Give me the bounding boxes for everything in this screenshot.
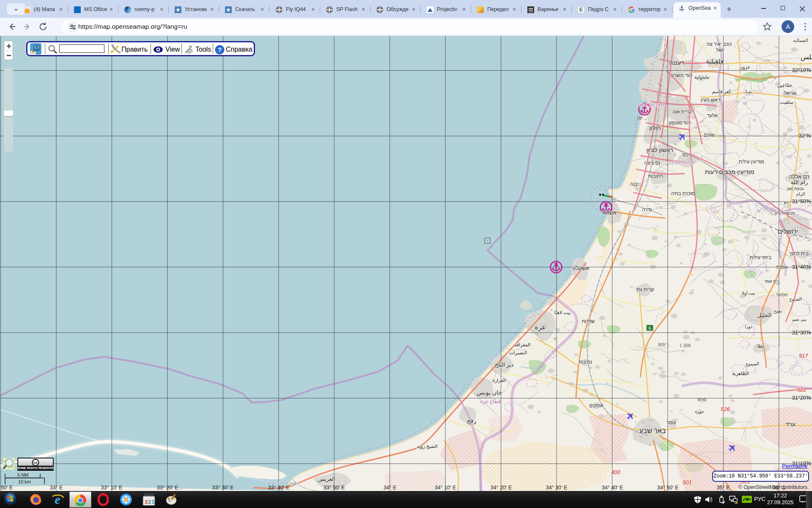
svg-text:الرام: الرام (796, 192, 805, 196)
svg-text:32°N: 32°N (799, 133, 811, 139)
svg-text:3: 3 (145, 499, 148, 505)
svg-text:אשקלון: אשקלון (573, 265, 590, 271)
svg-text:عزون: عزون (739, 64, 750, 70)
svg-text:الشيوخ: الشيوخ (789, 297, 801, 302)
svg-text:מזכרת בתיה: מזכרת בתיה (671, 191, 695, 196)
svg-text:35° E: 35° E (717, 485, 730, 491)
svg-text:באר שבע: באר שבע (639, 427, 666, 434)
svg-text:جلجولية: جلجولية (694, 75, 710, 80)
svg-text:הוד השרון: הוד השרון (671, 72, 692, 78)
svg-text:31°20′N: 31°20′N (792, 395, 811, 401)
svg-text:1 309: 1 309 (680, 343, 691, 348)
svg-text:33° 50′ E: 33° 50′ E (324, 485, 345, 491)
svg-text:حورة: حورة (695, 409, 704, 414)
svg-text:!: ! (736, 501, 737, 504)
svg-text:ביתר עילית: ביתר עילית (749, 255, 771, 260)
svg-text:ראשון לציון: ראשון לציון (646, 146, 673, 153)
svg-text:אשדוד: אשדוד (601, 210, 616, 216)
svg-text:שדרות: שדרות (582, 319, 595, 324)
svg-text:שוהם: שוהם (704, 133, 714, 138)
svg-text:1: 1 (151, 499, 154, 505)
svg-text:נס ציונה: נס ציונה (644, 160, 660, 166)
svg-text:אלעד: אלעד (707, 113, 718, 118)
svg-text:חלחול: חלחול (776, 293, 787, 297)
svg-text:ראש העין: ראש העין (701, 97, 721, 103)
svg-text:بيت أولا: بيت أولا (742, 290, 755, 296)
svg-text:العريش: العريش (318, 476, 335, 483)
svg-text:غزة: غزة (535, 323, 546, 331)
svg-text:כוכב יאיר צור: כוכב יאיר צור (706, 41, 732, 47)
svg-text:32°10′N: 32°10′N (792, 67, 811, 73)
svg-text:526: 526 (721, 406, 730, 412)
svg-text:בית לחם: בית לחם (790, 251, 809, 257)
svg-text:10 km: 10 km (18, 479, 31, 484)
svg-text:cc: cc (33, 461, 38, 465)
svg-text:קרית גת: קרית גת (636, 287, 654, 293)
svg-text:יהוד מונוסון: יהוד מונוסון (669, 120, 691, 125)
svg-text:יפו: יפו (637, 115, 642, 121)
svg-text:גדרה: גדרה (642, 207, 652, 212)
svg-text:قلقيلية: قلقيلية (706, 58, 724, 65)
svg-text:עומר: עומר (667, 420, 676, 425)
svg-text:بدو: بدو (784, 199, 790, 204)
svg-text:מבשרת ציון: מבשרת ציון (775, 211, 795, 215)
svg-text:الشيخ زويد: الشيخ زويد (417, 444, 437, 449)
svg-text:400: 400 (611, 469, 620, 475)
svg-text:קריית אונו: קריית אונו (672, 109, 691, 114)
svg-text:מודיעין-מכבים-רעות: מודיעין-מכבים-רעות (705, 168, 754, 175)
svg-text:2: 2 (148, 499, 151, 505)
svg-text:السموع: السموع (746, 362, 759, 367)
svg-text:33° 10′ E: 33° 10′ E (101, 485, 122, 491)
svg-text:חולון: חולון (649, 124, 661, 131)
svg-text:33° E: 33° E (50, 485, 63, 491)
svg-text:يطا: يطا (757, 343, 763, 348)
svg-text:31°40′N: 31°40′N (792, 264, 811, 270)
svg-text:كفر قاسم: كفر قاسم (712, 89, 731, 94)
svg-text:רעננה: רעננה (669, 59, 684, 66)
svg-text:الظاهرية: الظاهرية (732, 371, 749, 376)
svg-text:31°50′N: 31°50′N (792, 199, 811, 204)
svg-text:ירושלים: ירושלים (778, 228, 798, 235)
svg-text:בית אמר: בית אמר (764, 279, 780, 284)
svg-text:34° 10′ E: 34° 10′ E (435, 485, 456, 491)
svg-text:رفح: رفح (467, 417, 477, 425)
svg-text:الشمالية: الشمالية (793, 38, 808, 43)
svg-text:دير البلح: دير البلح (495, 362, 514, 368)
svg-text:34° E: 34° E (384, 485, 397, 491)
svg-text:יבנה: יבנה (630, 182, 639, 187)
svg-text:المغراقة: المغراقة (514, 342, 530, 348)
svg-text:النصيرات: النصيرات (509, 350, 527, 356)
svg-text:מחוז תל אביב: מחוז תל אביב (637, 102, 666, 108)
svg-text:501: 501 (683, 479, 692, 486)
svg-text:بديا: بديا (745, 89, 752, 94)
svg-text:34° 20′ E: 34° 20′ E (491, 485, 512, 491)
svg-text:ל 309: ל 309 (658, 342, 669, 347)
svg-text:רחובות: רחובות (648, 173, 663, 179)
svg-text:6: 6 (648, 326, 651, 331)
svg-text:34° 50′ E: 34° 50′ E (657, 485, 678, 491)
svg-text:رام الله: رام الله (791, 179, 808, 186)
svg-text:522: 522 (797, 387, 807, 393)
svg-text:بيت لاهيا: بيت لاهيا (554, 310, 571, 315)
svg-text:33° 20′ E: 33° 20′ E (157, 485, 178, 491)
svg-text:מיתר: מיתר (696, 397, 706, 402)
svg-text:917: 917 (799, 353, 808, 359)
svg-text:יגאל: יגאל (716, 47, 724, 52)
svg-text:قطاع غزة: قطاع غزة (480, 398, 501, 405)
svg-text:אריאל: אריאל (784, 91, 796, 96)
svg-text:גבעת זאב: גבעת זאב (786, 186, 804, 191)
svg-text:القرارة: القرارة (492, 378, 506, 383)
svg-text:خان يونس: خان يونس (477, 389, 502, 396)
svg-text:بلس: بلس (801, 53, 812, 61)
svg-text:بني نعيم: بني نعيم (792, 317, 807, 322)
svg-text:לוד: לוד (682, 152, 689, 158)
svg-text:الخليل: الخليل (757, 312, 771, 318)
svg-text:34° 40′ E: 34° 40′ E (602, 485, 623, 491)
svg-text:بحيرة البردويل: بحيرة البردويل (266, 479, 298, 486)
svg-text:מודיעין עילית: מודיעין עילית (739, 159, 764, 164)
svg-text:מחוז המרכז: מחוז המרכז (669, 160, 694, 166)
svg-text:33° 40′ E: 33° 40′ E (268, 485, 289, 491)
svg-text:دورا: دورا (745, 324, 752, 329)
svg-text:אופקים: אופקים (589, 403, 603, 408)
svg-text:سلفيت: سلفيت (780, 99, 794, 105)
